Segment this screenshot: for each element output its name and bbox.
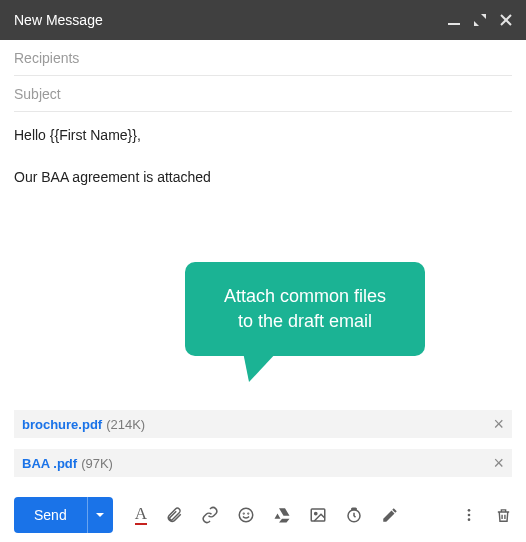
send-button[interactable]: Send — [14, 497, 87, 533]
svg-point-10 — [468, 509, 471, 512]
minimize-icon[interactable] — [448, 14, 460, 26]
annotation-callout: Attach common files to the draft email — [185, 262, 425, 356]
svg-point-7 — [315, 512, 317, 514]
attachment-filename: brochure.pdf — [22, 417, 102, 432]
remove-attachment-icon[interactable]: × — [493, 415, 504, 433]
attachment-size: (214K) — [106, 417, 145, 432]
attach-file-icon[interactable] — [165, 506, 183, 524]
close-icon[interactable] — [500, 14, 512, 26]
svg-rect-0 — [448, 23, 460, 25]
insert-photo-icon[interactable] — [309, 506, 327, 524]
insert-link-icon[interactable] — [201, 506, 219, 524]
insert-emoji-icon[interactable] — [237, 506, 255, 524]
callout-text: to the draft email — [211, 309, 399, 334]
attachment-chip[interactable]: brochure.pdf (214K) × — [14, 410, 512, 438]
formatting-tools: A — [135, 505, 399, 525]
insert-drive-icon[interactable] — [273, 506, 291, 524]
remove-attachment-icon[interactable]: × — [493, 454, 504, 472]
send-button-group: Send — [14, 497, 113, 533]
body-line: Hello {{First Name}}, — [14, 126, 512, 146]
svg-point-12 — [468, 518, 471, 521]
insert-signature-icon[interactable] — [381, 506, 399, 524]
attachment-size: (97K) — [81, 456, 113, 471]
toolbar-right — [461, 507, 512, 524]
svg-point-3 — [239, 508, 253, 522]
formatting-icon[interactable]: A — [135, 505, 147, 525]
message-body[interactable]: Hello {{First Name}}, Our BAA agreement … — [0, 112, 526, 406]
header-fields: Recipients Subject — [0, 40, 526, 112]
svg-point-5 — [248, 513, 249, 514]
confidential-mode-icon[interactable] — [345, 506, 363, 524]
svg-point-11 — [468, 514, 471, 517]
window-controls — [448, 14, 512, 26]
recipients-field[interactable]: Recipients — [14, 40, 512, 76]
more-options-icon[interactable] — [461, 507, 477, 523]
titlebar: New Message — [0, 0, 526, 40]
compose-toolbar: Send A — [0, 488, 526, 542]
callout-text: Attach common files — [211, 284, 399, 309]
svg-rect-9 — [352, 508, 357, 510]
fullscreen-icon[interactable] — [474, 14, 486, 26]
attachments-list: brochure.pdf (214K) × BAA .pdf (97K) × — [0, 410, 526, 488]
attachment-filename: BAA .pdf — [22, 456, 77, 471]
body-line: Our BAA agreement is attached — [14, 168, 512, 188]
svg-point-4 — [243, 513, 244, 514]
send-options-button[interactable] — [87, 497, 113, 533]
window-title: New Message — [14, 12, 448, 28]
compose-window: New Message Recipients Subject Hello {{F… — [0, 0, 526, 542]
discard-draft-icon[interactable] — [495, 507, 512, 524]
subject-field[interactable]: Subject — [14, 76, 512, 112]
attachment-chip[interactable]: BAA .pdf (97K) × — [14, 449, 512, 477]
